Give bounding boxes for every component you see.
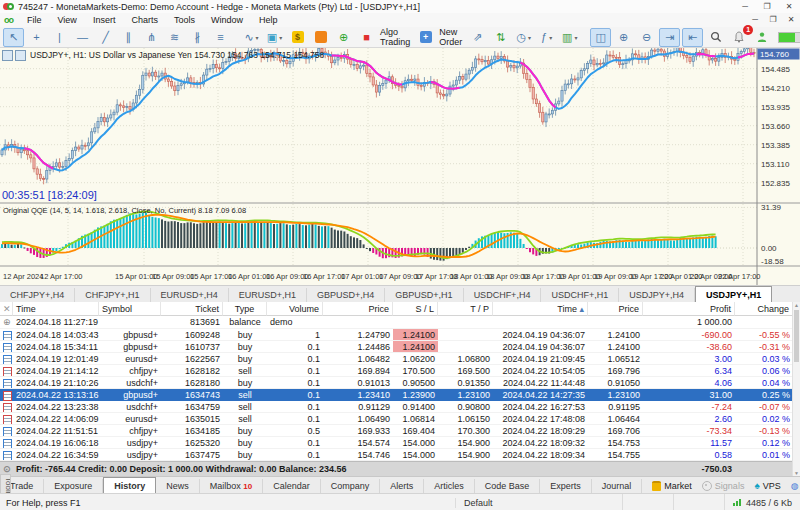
chart-tab-usdchf-h4[interactable]: USDCHF+,H4 <box>464 288 542 303</box>
chart-tab-usdchf-h1[interactable]: USDCHF+,H1 <box>541 288 619 303</box>
tab-history[interactable]: History <box>103 477 156 494</box>
bar-chart-icon[interactable]: ▥▾ <box>559 28 580 47</box>
titlebar-close-button[interactable]: ✕ <box>778 0 800 13</box>
signals-button[interactable]: Signals <box>702 481 745 491</box>
history-row[interactable]: 2024.04.18 15:34:11gbpusd+1610737buy0.11… <box>0 341 793 353</box>
chart-tab-chfjpy-h4[interactable]: CHFJPY+,H4 <box>0 288 75 303</box>
pitchfork-tool-icon[interactable]: ⋔ <box>141 28 162 47</box>
tab-articles[interactable]: Articles <box>424 479 475 494</box>
chart-tab-eurusd-h1[interactable]: EURUSD+,H1 <box>229 288 307 303</box>
titlebar-minimize-button[interactable]: ─ <box>734 0 756 13</box>
notifications-bell-icon[interactable]: 1 <box>728 28 749 47</box>
tab-experts[interactable]: Experts <box>540 479 592 494</box>
menu-file[interactable]: File <box>19 13 50 27</box>
chart-restore-icon[interactable] <box>15 50 26 61</box>
col-header-type[interactable]: Type <box>223 302 267 316</box>
col-header-change[interactable]: Change <box>735 302 793 316</box>
table-scrollbar[interactable]: ▲▼ <box>792 302 800 476</box>
col-header-volume[interactable]: Volume <box>267 302 323 316</box>
algo-trading-label[interactable]: Algo Trading <box>380 27 410 47</box>
history-row[interactable]: 2024.04.19 12:01:49eurusd+1622567buy0.11… <box>0 353 793 365</box>
col-header-time-close[interactable]: Time ▴ <box>493 302 588 316</box>
col-header-s-l[interactable]: S / L <box>393 302 438 316</box>
history-row[interactable]: 2024.04.19 21:14:12chfjpy+1628182sell0.1… <box>0 365 793 377</box>
horizontal-line-tool-icon[interactable]: — <box>72 28 93 47</box>
status-profile[interactable]: Default <box>456 494 623 510</box>
cursor-tool-icon[interactable]: ↖ <box>3 28 24 47</box>
algo-trading-icon[interactable]: ■ <box>356 28 377 47</box>
objects-list-icon[interactable]: ▣▾ <box>264 28 285 47</box>
fibonacci-tool-icon[interactable]: ≋ <box>164 28 185 47</box>
col-header-t-p[interactable]: T / P <box>438 302 493 316</box>
history-row[interactable]: 2024.04.22 11:51:51chfjpy+1634185buy0.51… <box>0 425 793 437</box>
history-row[interactable]: 2024.04.22 13:13:16gbpusd+1634743sell0.1… <box>0 389 793 401</box>
chart-tab-gbpusd-h4[interactable]: GBPUSD+,H4 <box>307 288 385 303</box>
parallel-lines-tool-icon[interactable]: ∦ <box>187 28 208 47</box>
crosshair-tool-icon[interactable]: + <box>26 28 47 47</box>
web-terminal-icon[interactable]: ⊕ <box>333 28 354 47</box>
tab-alerts[interactable]: Alerts <box>380 479 424 494</box>
trendline-tool-icon[interactable]: ╱ <box>95 28 116 47</box>
market-watch-icon[interactable]: $ <box>287 28 308 47</box>
tab-company[interactable]: Company <box>321 479 381 494</box>
balance-row[interactable]: ⊕2024.04.18 11:27:19813691balancedemo1 0… <box>0 316 793 329</box>
child-close-button[interactable]: ✕ <box>782 13 800 27</box>
candlestick-chart-icon[interactable]: ◫ <box>590 28 611 47</box>
chart-window-icons[interactable] <box>2 50 28 61</box>
child-restore-button[interactable]: ❐ <box>764 13 782 27</box>
line-studies-icon[interactable]: ∿▾ <box>241 28 262 47</box>
community-user-icon[interactable] <box>751 28 772 47</box>
chart-tab-gbpusd-h1[interactable]: GBPUSD+,H1 <box>385 288 463 303</box>
vps-button[interactable]: ♠VPS <box>754 480 780 491</box>
col-header-profit[interactable]: Profit <box>643 302 735 316</box>
history-row[interactable]: 2024.04.22 13:23:38usdchf+1634759sell0.1… <box>0 401 793 413</box>
chart-tab-eurusd-h4[interactable]: EURUSD+,H4 <box>151 288 229 303</box>
tab-mailbox[interactable]: Mailbox 10 <box>200 479 263 494</box>
chart-tab-usdjpy-h1[interactable]: USDJPY+,H1 <box>695 286 772 303</box>
tab-calendar[interactable]: Calendar <box>263 479 321 494</box>
shift-end-icon[interactable]: ⇥ <box>659 28 680 47</box>
vertical-line-tool-icon[interactable]: | <box>49 28 70 47</box>
col-header-symbol[interactable]: Symbol <box>99 302 161 316</box>
menu-insert[interactable]: Insert <box>85 13 124 27</box>
tab-code-base[interactable]: Code Base <box>475 479 541 494</box>
market-bag-icon[interactable] <box>310 28 331 47</box>
history-row[interactable]: 2024.04.22 14:06:09eurusd+1635015sell0.1… <box>0 413 793 425</box>
cycle-lines-tool-icon[interactable]: ≡ <box>210 28 231 47</box>
history-row[interactable]: 2024.04.22 16:34:59usdjpy+1637475buy0.11… <box>0 449 793 461</box>
menu-help[interactable]: Help <box>251 13 286 27</box>
scrollbar-thumb[interactable] <box>794 310 799 362</box>
col-header-price[interactable]: Price <box>323 302 393 316</box>
chart-panel[interactable]: USDJPY+, H1: US Dollar vs Japanese Yen 1… <box>0 48 800 285</box>
search-icon[interactable] <box>705 28 726 47</box>
auto-scroll-icon[interactable]: ⇤ <box>682 28 703 47</box>
tab-journal[interactable]: Journal <box>592 479 643 494</box>
tab-news[interactable]: News <box>156 479 200 494</box>
tab-exposure[interactable]: Exposure <box>44 479 103 494</box>
channel-tool-icon[interactable]: ∥ <box>118 28 139 47</box>
col-header-price[interactable]: Price <box>588 302 643 316</box>
zoom-out-icon[interactable]: ⊖ <box>636 28 657 47</box>
history-row[interactable]: 2024.04.19 16:06:18usdjpy+1625320buy0.11… <box>0 437 793 449</box>
buy-sell-arrows-icon[interactable]: ⇅ <box>490 28 511 47</box>
history-row[interactable]: 2024.04.19 21:10:26usdchf+1628180buy0.10… <box>0 377 793 389</box>
col-header-ticket[interactable]: Ticket <box>161 302 223 316</box>
new-order-icon[interactable]: + <box>415 28 436 47</box>
menu-view[interactable]: View <box>50 13 85 27</box>
tester-button[interactable]: ◍Tester <box>791 481 800 491</box>
chart-tab-usdjpy-h4[interactable]: USDJPY+,H4 <box>619 288 695 303</box>
chart-menu-icon[interactable] <box>2 50 13 61</box>
menu-charts[interactable]: Charts <box>123 13 166 27</box>
chart-tab-chfjpy-h1[interactable]: CHFJPY+,H1 <box>75 288 150 303</box>
col-header-time[interactable]: Time <box>13 302 99 316</box>
menu-tools[interactable]: Tools <box>166 13 203 27</box>
titlebar-restore-button[interactable]: ❐ <box>756 0 778 13</box>
timeframes-icon[interactable]: ◷▾ <box>513 28 534 47</box>
history-row[interactable]: 2024.04.18 14:03:43gbpusd+1609248buy11.2… <box>0 329 793 341</box>
market-button[interactable]: Market <box>652 481 692 491</box>
toolbox-close-icon[interactable]: ✕ <box>0 302 13 316</box>
chart-canvas[interactable]: USDJPY+, H1: US Dollar vs Japanese Yen 1… <box>0 48 800 285</box>
crosshair-mode-icon[interactable]: ⇗ <box>467 28 488 47</box>
zoom-in-icon[interactable]: ⊕ <box>613 28 634 47</box>
indicators-icon[interactable]: ƒ▾ <box>536 28 557 47</box>
